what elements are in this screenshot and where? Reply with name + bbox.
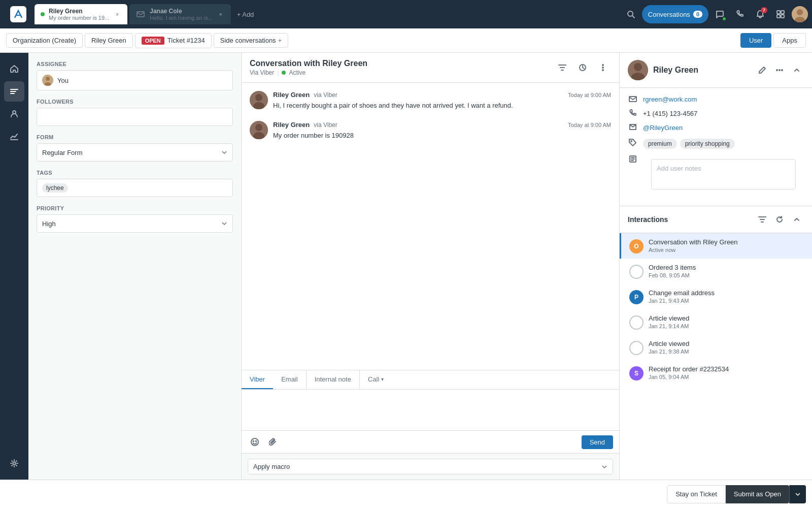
- contact-more-btn[interactable]: [772, 63, 787, 77]
- conversations-btn[interactable]: Conversations 0: [642, 5, 708, 23]
- tab-janae-cole[interactable]: Janae Cole Hello, I am having an is... ×: [129, 4, 231, 24]
- right-header: Riley Green: [620, 53, 812, 88]
- interactions-filter-btn[interactable]: [755, 212, 769, 227]
- more-icon-btn[interactable]: [595, 59, 611, 76]
- user-notes-input[interactable]: Add user notes: [651, 159, 796, 189]
- user-tab-btn[interactable]: User: [740, 33, 771, 48]
- reply-tab-call[interactable]: Call ▾: [360, 370, 392, 389]
- priority-select[interactable]: High: [37, 214, 233, 233]
- assignee-input[interactable]: You: [37, 70, 233, 90]
- phone-icon-btn[interactable]: [731, 5, 749, 23]
- interaction-icon-1: [629, 265, 644, 279]
- reply-input[interactable]: [242, 390, 619, 430]
- svg-point-7: [797, 9, 803, 15]
- msg-time-1: Today at 9:00 AM: [568, 122, 611, 128]
- email-row: rgreen@work.com: [628, 94, 804, 104]
- history-icon-btn[interactable]: [574, 59, 591, 76]
- collapse-icon-btn[interactable]: [790, 63, 804, 77]
- user-avatar-top[interactable]: [792, 6, 808, 22]
- interaction-ordered[interactable]: Ordered 3 items Feb 08, 9:05 AM: [620, 259, 812, 284]
- reply-tab-internal[interactable]: Internal note: [307, 370, 360, 389]
- ticket-btn[interactable]: OPEN Ticket #1234: [135, 33, 212, 48]
- msg-sender-1: Riley Green: [273, 121, 310, 129]
- msg-header-1: Riley Green via Viber Today at 9:00 AM: [273, 121, 611, 129]
- reply-tab-viber[interactable]: Viber: [242, 370, 273, 389]
- phone-icon: [628, 108, 638, 118]
- interaction-content-2: Change email address Jan 21, 9:43 AM: [649, 289, 804, 304]
- inbox-nav-item[interactable]: [4, 81, 24, 102]
- ticket-number: Ticket #1234: [167, 37, 205, 44]
- edit-icon-btn[interactable]: [755, 63, 769, 77]
- conv-channel: Via Viber: [250, 69, 274, 76]
- chart-nav-item[interactable]: [4, 126, 24, 146]
- submit-as-open-btn[interactable]: Submit as Open: [726, 485, 789, 503]
- message-row-1: Riley Green via Viber Today at 9:00 AM M…: [250, 121, 611, 141]
- top-right-actions: Conversations 0 7: [622, 5, 808, 23]
- tags-input[interactable]: lychee: [37, 179, 233, 197]
- msg-via-0: via Viber: [314, 91, 337, 99]
- apply-macro-select[interactable]: Apply macro: [248, 459, 613, 474]
- side-conversations-btn[interactable]: Side conversations +: [214, 33, 288, 48]
- tag-priority-shopping: priority shopping: [680, 139, 735, 149]
- user-name-btn[interactable]: Riley Green: [85, 33, 133, 48]
- grid-icon-btn[interactable]: [771, 5, 790, 23]
- tab-riley-green[interactable]: Riley Green My order number is 19... ×: [35, 4, 127, 24]
- priority-field: Priority High: [37, 205, 233, 233]
- macro-bar: Apply macro: [242, 453, 619, 480]
- conversations-label: Conversations: [648, 11, 690, 18]
- interaction-icon-0: O: [629, 239, 644, 253]
- notes-row: Add user notes: [628, 153, 804, 196]
- msg-text-1: My order number is 190928: [273, 131, 611, 141]
- msg-content-1: Riley Green via Viber Today at 9:00 AM M…: [273, 121, 611, 141]
- org-create-btn[interactable]: Organization (Create): [6, 33, 83, 48]
- stay-on-ticket-btn[interactable]: Stay on Ticket: [667, 485, 726, 503]
- tab-close-icon-2[interactable]: ×: [217, 10, 225, 18]
- form-label: Form: [37, 134, 233, 140]
- interaction-content-4: Article viewed Jan 21, 9:38 AM: [649, 340, 804, 355]
- add-tab-btn[interactable]: + Add: [233, 11, 258, 18]
- assignee-label: Assignee: [37, 61, 233, 67]
- tab-close-icon[interactable]: ×: [113, 10, 121, 18]
- send-btn[interactable]: Send: [582, 435, 613, 449]
- interaction-content-5: Receipt for order #2232534 Jan 05, 9:04 …: [649, 365, 804, 380]
- conv-title: Conversation with Riley Green: [250, 59, 367, 68]
- contact-tags: premium priority shopping: [643, 139, 735, 149]
- interactions-refresh-btn[interactable]: [772, 212, 787, 227]
- followers-field: Followers: [37, 99, 233, 126]
- home-nav-item[interactable]: [4, 59, 24, 79]
- settings-nav-item[interactable]: [4, 453, 24, 473]
- interaction-change-email[interactable]: P Change email address Jan 21, 9:43 AM: [620, 284, 812, 309]
- left-panel: Assignee You Followers Form Regular Form: [28, 53, 242, 480]
- interaction-content-3: Article viewed Jan 21, 9:14 AM: [649, 314, 804, 329]
- notifications-icon-btn[interactable]: 7: [751, 5, 769, 23]
- bottom-bar: Stay on Ticket Submit as Open: [0, 480, 812, 508]
- interaction-sub-4: Jan 21, 9:38 AM: [649, 348, 804, 355]
- reply-tab-email[interactable]: Email: [273, 370, 307, 389]
- interaction-icon-4: [629, 341, 644, 355]
- interaction-article-1[interactable]: Article viewed Jan 21, 9:14 AM: [620, 309, 812, 335]
- social-link[interactable]: @RileyGreen: [643, 124, 683, 132]
- submit-dropdown-btn[interactable]: [789, 485, 806, 503]
- email-link[interactable]: rgreen@work.com: [643, 96, 697, 103]
- svg-point-10: [13, 462, 16, 465]
- chat-icon-btn[interactable]: [710, 5, 729, 23]
- tab-subtitle: My order number is 19...: [49, 15, 109, 21]
- attachment-icon-btn[interactable]: [266, 435, 280, 449]
- interaction-title-2: Change email address: [649, 289, 804, 297]
- svg-point-12: [46, 77, 50, 81]
- search-icon-btn[interactable]: [622, 5, 640, 23]
- msg-time-0: Today at 9:00 AM: [568, 92, 611, 98]
- followers-input[interactable]: [37, 108, 233, 126]
- apps-tab-btn[interactable]: Apps: [773, 33, 806, 48]
- filter-icon-btn[interactable]: [554, 59, 570, 76]
- interaction-conv-riley[interactable]: O Conversation with Riley Green Active n…: [620, 233, 812, 259]
- users-nav-item[interactable]: [4, 104, 24, 124]
- form-select[interactable]: Regular Form: [37, 143, 233, 162]
- interaction-article-2[interactable]: Article viewed Jan 21, 9:38 AM: [620, 335, 812, 360]
- sub-nav-right: User Apps: [740, 33, 806, 48]
- interactions-list: O Conversation with Riley Green Active n…: [620, 233, 812, 386]
- interactions-collapse-btn[interactable]: [790, 212, 804, 227]
- emoji-icon-btn[interactable]: [248, 435, 262, 449]
- right-panel: Riley Green: [619, 53, 812, 480]
- interaction-receipt[interactable]: S Receipt for order #2232534 Jan 05, 9:0…: [620, 360, 812, 386]
